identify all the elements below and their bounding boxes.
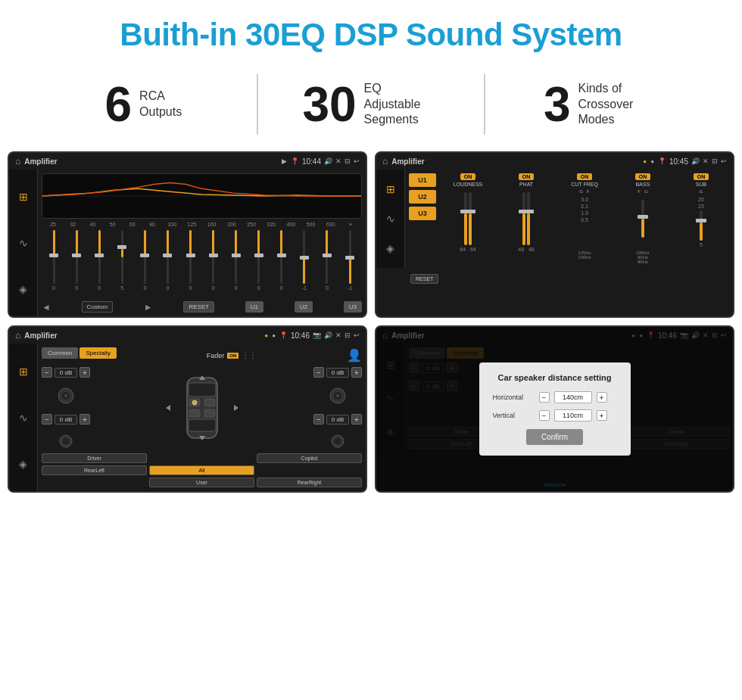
slider-4[interactable]: 5 (111, 230, 132, 291)
slider-8[interactable]: 0 (203, 230, 224, 291)
slider-7[interactable]: 0 (179, 230, 201, 291)
rearright-btn[interactable]: RearRight (257, 478, 362, 487)
svg-rect-10 (204, 399, 215, 406)
wave-icon-3[interactable]: ∿ (19, 412, 28, 424)
svg-marker-17 (234, 405, 238, 411)
phat-slider1[interactable] (522, 192, 525, 245)
prev-arrow[interactable]: ◄ (42, 302, 51, 313)
copilot-btn[interactable]: Copilot (257, 453, 362, 463)
specialty-tab[interactable]: Specialty (80, 347, 116, 359)
db-minus-tr[interactable]: − (313, 367, 324, 378)
screen3-status-icons: 📍 10:46 📷 🔊 ✕ ⊟ ↩ (279, 331, 360, 340)
slider-10[interactable]: 0 (248, 230, 270, 291)
home-icon[interactable]: ⌂ (15, 156, 20, 166)
horizontal-plus[interactable]: + (597, 392, 607, 403)
screen2-statusbar: ⌂ Amplifier ● ● 📍 10:45 🔊 ✕ ⊟ ↩ (376, 153, 733, 170)
slider-3[interactable]: 0 (89, 230, 110, 291)
slider-9[interactable]: 0 (226, 230, 247, 291)
bass-sub: F G (638, 189, 647, 194)
vertical-minus[interactable]: − (539, 410, 550, 421)
cutfreq-on[interactable]: ON (577, 173, 593, 180)
db-plus-tl[interactable]: + (80, 367, 90, 378)
speaker-icon-tl (42, 387, 90, 405)
u3-preset[interactable]: U3 (409, 207, 436, 220)
u2-preset[interactable]: U2 (409, 190, 436, 204)
freq-63: 63 (123, 222, 142, 227)
loudness-slider1[interactable] (464, 192, 467, 245)
home-icon-2[interactable]: ⌂ (382, 156, 388, 166)
db-minus-br[interactable]: − (313, 414, 324, 425)
stat-eq: 30 EQ AdjustableSegments (273, 80, 469, 129)
freq-labels: 25 32 40 50 63 80 100 125 160 200 250 32… (42, 221, 362, 228)
loudness-control: ON LOUDNESS (440, 173, 496, 264)
all-btn[interactable]: All (149, 465, 254, 475)
u1-button[interactable]: U1 (245, 301, 263, 313)
gps-icon-2: 📍 (658, 157, 666, 165)
sub-slider[interactable] (700, 210, 703, 241)
slider-2[interactable]: 0 (66, 230, 87, 291)
slider-1[interactable]: 0 (43, 230, 64, 291)
freq-125: 125 (182, 222, 201, 227)
screen2-reset-button[interactable]: RESET (410, 274, 438, 284)
u3-button[interactable]: U3 (344, 301, 362, 313)
phat-slider2[interactable] (527, 192, 530, 245)
eq-icon-3[interactable]: ⊞ (19, 366, 28, 378)
page-title: Buith-in 30EQ DSP Sound System (0, 0, 742, 61)
db-plus-br[interactable]: + (351, 414, 362, 425)
common-tab[interactable]: Common (42, 347, 78, 359)
home-icon-3[interactable]: ⌂ (15, 330, 20, 341)
confirm-button[interactable]: Confirm (526, 429, 583, 445)
freq-expand[interactable]: » (341, 222, 360, 227)
eq-icon-2[interactable]: ⊞ (386, 183, 395, 195)
volume-icon: 🔊 (324, 157, 332, 165)
stat-eq-number: 30 (302, 80, 356, 129)
reset-button[interactable]: RESET (183, 301, 214, 313)
next-arrow[interactable]: ► (144, 302, 153, 313)
db-plus-tr[interactable]: + (351, 367, 362, 378)
sub-on[interactable]: ON (694, 173, 709, 180)
svg-point-20 (336, 394, 339, 397)
driver-btn[interactable]: Driver (42, 453, 147, 463)
slider-11[interactable]: 0 (271, 230, 292, 291)
phat-on[interactable]: ON (519, 173, 535, 180)
bass-on[interactable]: ON (635, 173, 651, 180)
dialog-vertical-row: Vertical − 110cm + (493, 409, 617, 422)
freq-100: 100 (162, 222, 182, 227)
fader-toggle[interactable]: ⋮⋮ (242, 351, 257, 359)
loudness-slider2[interactable] (469, 192, 472, 245)
speaker-icon[interactable]: ◈ (19, 283, 27, 295)
screen2-dot: ● (643, 158, 647, 165)
custom-preset[interactable]: Custom (82, 301, 114, 313)
freq-320: 320 (261, 222, 281, 227)
rearleft-btn[interactable]: RearLeft (42, 465, 147, 475)
speaker-icon-2[interactable]: ◈ (386, 242, 394, 254)
vertical-plus[interactable]: + (597, 410, 607, 421)
user-btn[interactable]: User (149, 478, 254, 487)
wave-icon[interactable]: ∿ (19, 237, 28, 249)
freq-25: 25 (43, 222, 63, 227)
screen3-statusbar: ⌂ Amplifier ● ● 📍 10:46 📷 🔊 ✕ ⊟ ↩ (9, 327, 366, 344)
slider-12[interactable]: -1 (294, 230, 315, 291)
u2-button[interactable]: U2 (295, 301, 313, 313)
fader-on[interactable]: ON (227, 353, 238, 359)
stat-rca: 6 RCAOutputs (45, 80, 242, 129)
wave-icon-2[interactable]: ∿ (386, 213, 395, 225)
db-minus-bl[interactable]: − (42, 414, 52, 425)
slider-14[interactable]: -1 (339, 230, 360, 291)
phat-control: ON PHAT 4 (498, 173, 554, 264)
u1-preset[interactable]: U1 (409, 173, 436, 187)
speaker-icon-3[interactable]: ◈ (19, 458, 27, 470)
slider-5[interactable]: 0 (134, 230, 155, 291)
horizontal-minus[interactable]: − (539, 392, 550, 403)
eq-icon[interactable]: ⊞ (19, 191, 28, 203)
loudness-on[interactable]: ON (460, 173, 476, 180)
screen3-dot: ● (264, 332, 268, 339)
bass-slider[interactable] (641, 200, 644, 238)
db-minus-tl[interactable]: − (42, 367, 52, 378)
slider-6[interactable]: 0 (157, 230, 178, 291)
screen2-app-name: Amplifier (391, 157, 639, 166)
profile-icon[interactable]: 👤 (347, 348, 362, 362)
slider-13[interactable]: 0 (316, 230, 338, 291)
db-plus-bl[interactable]: + (80, 414, 90, 425)
gps-icon-3: 📍 (279, 331, 288, 339)
